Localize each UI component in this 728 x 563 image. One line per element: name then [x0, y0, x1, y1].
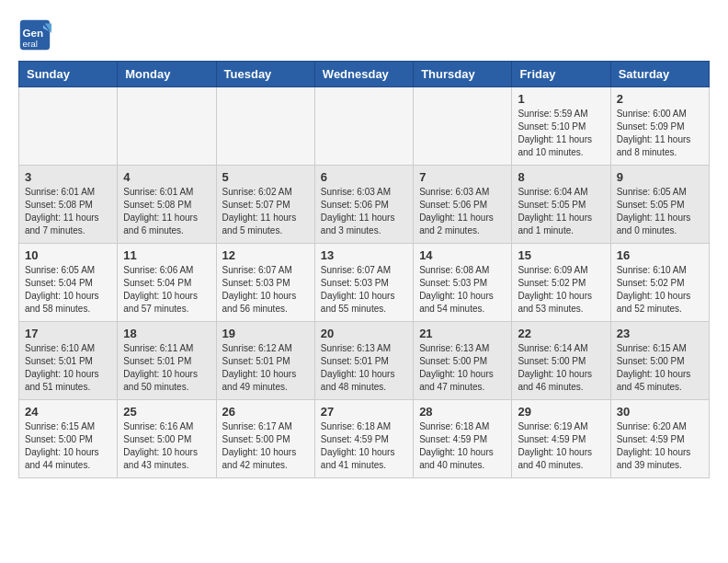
calendar-cell: 1Sunrise: 5:59 AM Sunset: 5:10 PM Daylig… — [512, 87, 610, 166]
calendar-cell: 22Sunrise: 6:14 AM Sunset: 5:00 PM Dayli… — [512, 322, 610, 400]
day-info: Sunrise: 6:12 AM Sunset: 5:01 PM Dayligh… — [222, 342, 309, 394]
day-number: 13 — [321, 248, 407, 262]
calendar-cell: 18Sunrise: 6:11 AM Sunset: 5:01 PM Dayli… — [118, 322, 216, 400]
week-row-5: 24Sunrise: 6:15 AM Sunset: 5:00 PM Dayli… — [19, 400, 710, 478]
calendar-cell: 6Sunrise: 6:03 AM Sunset: 5:06 PM Daylig… — [314, 166, 413, 244]
day-number: 28 — [419, 405, 506, 419]
week-row-2: 3Sunrise: 6:01 AM Sunset: 5:08 PM Daylig… — [19, 166, 710, 244]
day-info: Sunrise: 6:09 AM Sunset: 5:02 PM Dayligh… — [518, 264, 604, 316]
calendar-cell: 19Sunrise: 6:12 AM Sunset: 5:01 PM Dayli… — [216, 322, 314, 400]
day-info: Sunrise: 6:03 AM Sunset: 5:06 PM Dayligh… — [321, 186, 407, 237]
calendar-cell — [118, 87, 216, 166]
day-info: Sunrise: 6:20 AM Sunset: 4:59 PM Dayligh… — [617, 420, 703, 472]
day-info: Sunrise: 6:15 AM Sunset: 5:00 PM Dayligh… — [25, 420, 111, 472]
calendar-cell: 14Sunrise: 6:08 AM Sunset: 5:03 PM Dayli… — [414, 244, 512, 322]
day-number: 4 — [123, 170, 210, 184]
calendar-cell: 10Sunrise: 6:05 AM Sunset: 5:04 PM Dayli… — [19, 244, 118, 322]
day-info: Sunrise: 6:02 AM Sunset: 5:07 PM Dayligh… — [222, 186, 309, 237]
week-row-4: 17Sunrise: 6:10 AM Sunset: 5:01 PM Dayli… — [19, 322, 710, 400]
day-number: 17 — [25, 327, 111, 340]
day-info: Sunrise: 6:19 AM Sunset: 4:59 PM Dayligh… — [518, 420, 604, 472]
day-info: Sunrise: 6:00 AM Sunset: 5:09 PM Dayligh… — [617, 108, 703, 159]
day-number: 5 — [222, 170, 309, 184]
day-info: Sunrise: 5:59 AM Sunset: 5:10 PM Dayligh… — [518, 108, 604, 159]
calendar-cell — [414, 87, 512, 166]
calendar-header: SundayMondayTuesdayWednesdayThursdayFrid… — [19, 62, 710, 87]
calendar-table: SundayMondayTuesdayWednesdayThursdayFrid… — [18, 61, 710, 478]
calendar-cell: 2Sunrise: 6:00 AM Sunset: 5:09 PM Daylig… — [610, 87, 709, 166]
calendar-cell: 26Sunrise: 6:17 AM Sunset: 5:00 PM Dayli… — [216, 400, 314, 478]
header-day-friday: Friday — [512, 62, 610, 87]
day-number: 16 — [617, 248, 703, 262]
day-number: 14 — [419, 248, 506, 262]
week-row-1: 1Sunrise: 5:59 AM Sunset: 5:10 PM Daylig… — [19, 87, 710, 166]
calendar-cell: 21Sunrise: 6:13 AM Sunset: 5:00 PM Dayli… — [414, 322, 512, 400]
calendar-cell: 30Sunrise: 6:20 AM Sunset: 4:59 PM Dayli… — [610, 400, 709, 478]
calendar-cell: 3Sunrise: 6:01 AM Sunset: 5:08 PM Daylig… — [19, 166, 118, 244]
day-info: Sunrise: 6:06 AM Sunset: 5:04 PM Dayligh… — [123, 264, 210, 316]
day-info: Sunrise: 6:11 AM Sunset: 5:01 PM Dayligh… — [123, 342, 210, 394]
day-number: 20 — [321, 327, 407, 340]
day-info: Sunrise: 6:14 AM Sunset: 5:00 PM Dayligh… — [518, 342, 604, 394]
day-number: 6 — [321, 170, 407, 184]
svg-text:eral: eral — [23, 39, 38, 49]
day-info: Sunrise: 6:04 AM Sunset: 5:05 PM Dayligh… — [518, 186, 604, 237]
calendar-cell — [19, 87, 118, 166]
calendar-cell: 13Sunrise: 6:07 AM Sunset: 5:03 PM Dayli… — [314, 244, 413, 322]
day-info: Sunrise: 6:08 AM Sunset: 5:03 PM Dayligh… — [419, 264, 506, 316]
day-number: 22 — [518, 327, 604, 340]
day-number: 12 — [222, 248, 309, 262]
calendar-cell: 4Sunrise: 6:01 AM Sunset: 5:08 PM Daylig… — [118, 166, 216, 244]
calendar-cell: 23Sunrise: 6:15 AM Sunset: 5:00 PM Dayli… — [610, 322, 709, 400]
day-number: 18 — [123, 327, 210, 340]
day-info: Sunrise: 6:17 AM Sunset: 5:00 PM Dayligh… — [222, 420, 309, 472]
header-day-saturday: Saturday — [610, 62, 709, 87]
calendar-cell: 28Sunrise: 6:18 AM Sunset: 4:59 PM Dayli… — [414, 400, 512, 478]
day-number: 9 — [617, 170, 703, 184]
day-number: 15 — [518, 248, 604, 262]
header-row: SundayMondayTuesdayWednesdayThursdayFrid… — [19, 62, 710, 87]
calendar-cell: 15Sunrise: 6:09 AM Sunset: 5:02 PM Dayli… — [512, 244, 610, 322]
day-number: 10 — [25, 248, 111, 262]
day-number: 21 — [419, 327, 506, 340]
day-number: 19 — [222, 327, 309, 340]
day-number: 11 — [123, 248, 210, 262]
day-info: Sunrise: 6:01 AM Sunset: 5:08 PM Dayligh… — [123, 186, 210, 237]
header-day-tuesday: Tuesday — [216, 62, 314, 87]
header-day-wednesday: Wednesday — [314, 62, 413, 87]
calendar-cell: 16Sunrise: 6:10 AM Sunset: 5:02 PM Dayli… — [610, 244, 709, 322]
day-number: 26 — [222, 405, 309, 419]
calendar-cell — [216, 87, 314, 166]
week-row-3: 10Sunrise: 6:05 AM Sunset: 5:04 PM Dayli… — [19, 244, 710, 322]
calendar-cell: 27Sunrise: 6:18 AM Sunset: 4:59 PM Dayli… — [314, 400, 413, 478]
day-info: Sunrise: 6:05 AM Sunset: 5:05 PM Dayligh… — [617, 186, 703, 237]
day-info: Sunrise: 6:18 AM Sunset: 4:59 PM Dayligh… — [321, 420, 407, 472]
day-info: Sunrise: 6:07 AM Sunset: 5:03 PM Dayligh… — [222, 264, 309, 316]
calendar-cell: 11Sunrise: 6:06 AM Sunset: 5:04 PM Dayli… — [118, 244, 216, 322]
day-info: Sunrise: 6:10 AM Sunset: 5:01 PM Dayligh… — [25, 342, 111, 394]
header: Gen eral — [18, 18, 710, 52]
day-number: 30 — [617, 405, 703, 419]
day-number: 29 — [518, 405, 604, 419]
day-info: Sunrise: 6:13 AM Sunset: 5:01 PM Dayligh… — [321, 342, 407, 394]
day-info: Sunrise: 6:05 AM Sunset: 5:04 PM Dayligh… — [25, 264, 111, 316]
day-number: 25 — [123, 405, 210, 419]
day-info: Sunrise: 6:01 AM Sunset: 5:08 PM Dayligh… — [25, 186, 111, 237]
day-number: 1 — [518, 92, 604, 106]
calendar-body: 1Sunrise: 5:59 AM Sunset: 5:10 PM Daylig… — [19, 87, 710, 478]
day-number: 2 — [617, 92, 703, 106]
logo-icon: Gen eral — [18, 18, 51, 52]
calendar-cell: 24Sunrise: 6:15 AM Sunset: 5:00 PM Dayli… — [19, 400, 118, 478]
calendar-cell: 7Sunrise: 6:03 AM Sunset: 5:06 PM Daylig… — [414, 166, 512, 244]
header-day-thursday: Thursday — [414, 62, 512, 87]
day-info: Sunrise: 6:07 AM Sunset: 5:03 PM Dayligh… — [321, 264, 407, 316]
day-info: Sunrise: 6:03 AM Sunset: 5:06 PM Dayligh… — [419, 186, 506, 237]
calendar-cell: 25Sunrise: 6:16 AM Sunset: 5:00 PM Dayli… — [118, 400, 216, 478]
day-number: 27 — [321, 405, 407, 419]
calendar-cell: 29Sunrise: 6:19 AM Sunset: 4:59 PM Dayli… — [512, 400, 610, 478]
calendar-cell: 5Sunrise: 6:02 AM Sunset: 5:07 PM Daylig… — [216, 166, 314, 244]
day-number: 3 — [25, 170, 111, 184]
day-info: Sunrise: 6:16 AM Sunset: 5:00 PM Dayligh… — [123, 420, 210, 472]
logo: Gen eral — [18, 18, 55, 52]
calendar-cell: 8Sunrise: 6:04 AM Sunset: 5:05 PM Daylig… — [512, 166, 610, 244]
